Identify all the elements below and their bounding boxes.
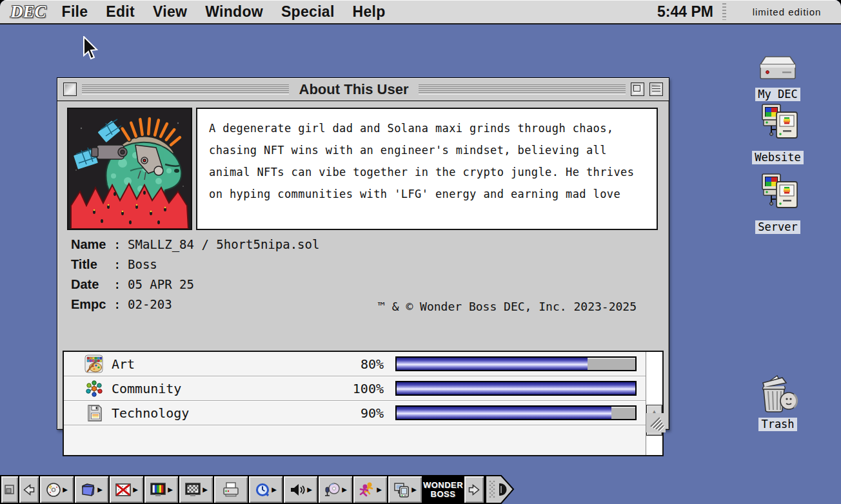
- menu-edition-label: limited edition: [733, 6, 841, 17]
- color-depth-monitor-icon: [150, 482, 166, 498]
- menu-special[interactable]: Special: [272, 0, 344, 23]
- resolution-monitor-icon: [184, 482, 201, 498]
- palette-icon: [84, 354, 104, 374]
- bio-text: A degenerate girl dad and Solana maxi gr…: [196, 108, 658, 230]
- skills-panel: Art 80%: [63, 351, 664, 456]
- avatar: [67, 108, 192, 230]
- submenu-arrow-icon: ▶: [377, 487, 382, 493]
- strip-scroll-right-button[interactable]: [464, 475, 485, 504]
- titlebar-stripes: [419, 84, 626, 94]
- strip-energy-button[interactable]: ▶: [353, 475, 388, 504]
- collapse-tab-icon: [4, 484, 15, 496]
- speaker-icon: [289, 482, 306, 498]
- mouse-cursor: [83, 36, 99, 63]
- menu-bar: DEC File Edit View Window Special Help 5…: [0, 0, 841, 24]
- user-info: Name : SMaLLZ_84 / 5hort5nipa.sol Title …: [71, 235, 658, 315]
- field-label: Empc: [71, 295, 114, 315]
- strip-desktop-pattern-button[interactable]: ▶: [110, 475, 144, 504]
- field-value: 05 APR 25: [128, 275, 194, 295]
- strip-wonder-boss-badge[interactable]: WONDER BOSS: [423, 475, 464, 504]
- skills-scrollbar[interactable]: ▲ ▼: [646, 352, 662, 455]
- skill-label: Art: [112, 356, 317, 372]
- about-user-window: About This User: [57, 77, 669, 430]
- strip-cd-button[interactable]: ▶: [40, 475, 75, 504]
- skill-row-art: Art 80%: [64, 352, 646, 376]
- iguana-nft-avatar-icon: [68, 109, 191, 229]
- menu-clock[interactable]: 5:44 PM: [657, 3, 722, 21]
- menu-file[interactable]: File: [53, 0, 97, 23]
- hard-drive-icon: [758, 54, 798, 84]
- floppy-icon: [84, 403, 104, 423]
- desktop-icon-website[interactable]: Website: [742, 103, 814, 164]
- collapse-box[interactable]: [649, 82, 663, 96]
- zoom-box[interactable]: [631, 82, 644, 96]
- grow-box-icon: [646, 413, 666, 432]
- desktop-icon-label[interactable]: Server: [755, 220, 800, 234]
- strip-collapse-tab[interactable]: [0, 475, 19, 504]
- resize-handle[interactable]: [646, 413, 666, 432]
- running-figures-icon: [359, 481, 375, 498]
- menu-help[interactable]: Help: [344, 0, 395, 23]
- desktop-icon-my-dec[interactable]: My DEC: [742, 54, 814, 101]
- control-strip: ▶ ▶ ▶: [0, 475, 515, 504]
- folder-icon: [81, 482, 96, 498]
- strip-scroll-left-button[interactable]: [19, 475, 40, 504]
- submenu-arrow-icon: ▶: [203, 487, 208, 493]
- submenu-arrow-icon: ▶: [411, 487, 417, 493]
- menu-window[interactable]: Window: [196, 0, 272, 23]
- skill-percent: 100%: [317, 381, 384, 396]
- pattern-mute-icon: [115, 482, 132, 498]
- menu-view[interactable]: View: [144, 0, 196, 23]
- window-titlebar[interactable]: About This User: [57, 78, 669, 101]
- desktop: DEC File Edit View Window Special Help 5…: [0, 0, 841, 504]
- dec-logo-menu[interactable]: DEC: [10, 1, 46, 23]
- arrow-cursor-icon: [83, 36, 99, 61]
- close-box[interactable]: [63, 82, 77, 96]
- strip-sync-button[interactable]: ▶: [388, 475, 423, 504]
- strip-printer-button[interactable]: [214, 475, 249, 504]
- cd-icon: [46, 482, 61, 498]
- field-value: 02-203: [128, 295, 172, 315]
- desktop-icon-label[interactable]: Website: [752, 151, 804, 164]
- menu-divider[interactable]: [722, 3, 726, 20]
- microphone-cd-icon: [324, 482, 341, 498]
- strip-color-depth-button[interactable]: ▶: [144, 475, 179, 504]
- field-label: Name: [71, 235, 114, 255]
- strip-resolution-button[interactable]: ▶: [179, 475, 214, 504]
- field-label: Title: [71, 255, 114, 275]
- submenu-arrow-icon: ▶: [168, 487, 173, 493]
- desktop-icon-server[interactable]: Server: [742, 173, 814, 234]
- skill-row-technology: Technology 90%: [64, 401, 646, 425]
- menu-edit[interactable]: Edit: [97, 0, 144, 23]
- progress-bar-community: [395, 381, 637, 396]
- progress-bar-technology: [395, 405, 637, 420]
- info-row-name: Name : SMaLLZ_84 / 5hort5nipa.sol: [71, 235, 658, 255]
- field-value: Boss: [128, 255, 157, 275]
- desktop-icon-label[interactable]: Trash: [758, 418, 796, 431]
- field-label: Date: [71, 275, 114, 295]
- strip-sound-input-button[interactable]: ▶: [319, 475, 353, 504]
- network-icon: [84, 379, 104, 398]
- strip-quicktime-button[interactable]: ▶: [249, 475, 284, 504]
- trash-icon: [757, 375, 799, 414]
- desktop-icon-label[interactable]: My DEC: [755, 88, 800, 101]
- window-content: A degenerate girl dad and Solana maxi gr…: [57, 108, 669, 436]
- network-computers-icon: [757, 173, 798, 217]
- window-title: About This User: [294, 81, 414, 98]
- strip-volume-button[interactable]: ▶: [284, 475, 319, 504]
- skill-row-community: Community 100%: [64, 376, 646, 401]
- strip-end-handle[interactable]: [485, 475, 515, 504]
- skill-percent: 90%: [317, 405, 384, 421]
- computer-sync-icon: [393, 481, 410, 498]
- submenu-arrow-icon: ▶: [63, 487, 68, 493]
- wonder-boss-label-line1: WONDER: [423, 481, 463, 489]
- arrow-left-icon: [23, 483, 35, 496]
- submenu-arrow-icon: ▶: [307, 487, 312, 493]
- printer-icon: [222, 481, 240, 498]
- titlebar-stripes: [82, 84, 289, 94]
- strip-file-sharing-button[interactable]: ▶: [75, 475, 110, 504]
- desktop-icon-trash[interactable]: Trash: [742, 375, 814, 431]
- info-row-title: Title : Boss: [71, 255, 658, 275]
- skill-percent: 80%: [317, 356, 384, 372]
- arrow-right-icon: [468, 483, 480, 496]
